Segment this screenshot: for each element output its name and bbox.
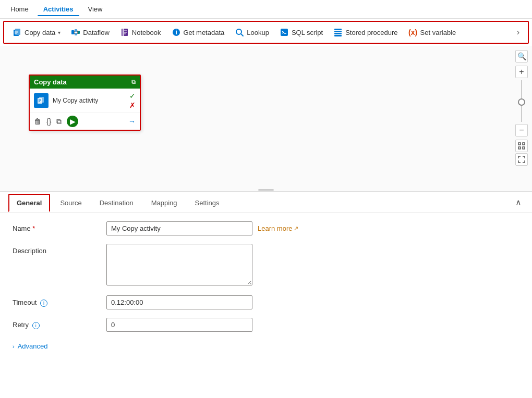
- timeout-input[interactable]: [106, 295, 252, 309]
- copy-button[interactable]: ⧉: [56, 117, 62, 126]
- zoom-fit-button[interactable]: [515, 140, 528, 152]
- zoom-slider-track: [521, 80, 522, 122]
- bottom-panel: General Source Destination Mapping Setti…: [0, 192, 532, 390]
- lookup-icon: [235, 28, 244, 37]
- tab-settings[interactable]: Settings: [187, 194, 227, 211]
- advanced-section[interactable]: › Advanced: [13, 340, 519, 352]
- activity-card-name: My Copy activity: [53, 97, 125, 104]
- svg-rect-3: [75, 29, 77, 32]
- svg-rect-4: [75, 33, 77, 35]
- zoom-in-button[interactable]: +: [515, 66, 528, 78]
- name-label: Name *: [13, 221, 106, 232]
- svg-rect-27: [523, 147, 525, 149]
- svg-rect-2: [71, 30, 74, 34]
- toolbar-sql-script[interactable]: SQL script: [275, 26, 327, 39]
- activity-card-title: Copy data: [34, 78, 67, 86]
- copy-activity-icon: [34, 93, 49, 108]
- svg-rect-1: [15, 29, 20, 35]
- toolbar-more-button[interactable]: ›: [513, 26, 524, 39]
- svg-line-8: [77, 31, 78, 33]
- svg-text:i: i: [175, 28, 177, 36]
- activity-card-body: My Copy activity ✓ ✗: [30, 89, 140, 113]
- get-metadata-label: Get metadata: [184, 29, 225, 36]
- status-x-icon: ✗: [129, 101, 136, 109]
- expression-button[interactable]: {}: [46, 117, 51, 126]
- tab-source[interactable]: Source: [52, 194, 89, 211]
- card-status-icons: ✓ ✗: [129, 92, 136, 109]
- retry-info-icon[interactable]: i: [32, 322, 40, 329]
- toolbar-set-variable[interactable]: (x) Set variable: [404, 26, 461, 39]
- zoom-out-button[interactable]: −: [515, 124, 528, 136]
- nav-home[interactable]: Home: [4, 2, 35, 16]
- activity-card-actions: 🗑 {} ⧉ ▶ →: [30, 113, 140, 130]
- timeout-info-icon[interactable]: i: [40, 300, 47, 307]
- retry-label: Retry i: [13, 318, 106, 329]
- activity-card-copy[interactable]: Copy data ⧉ My Copy activity ✓ ✗ 🗑 {} ⧉ …: [29, 74, 141, 131]
- run-button[interactable]: ▶: [67, 116, 78, 127]
- pipeline-canvas: Copy data ⧉ My Copy activity ✓ ✗ 🗑 {} ⧉ …: [0, 46, 532, 192]
- toolbar-lookup[interactable]: Lookup: [231, 26, 273, 39]
- name-row: Name * Learn more ↗: [13, 221, 519, 235]
- zoom-slider-thumb[interactable]: [518, 98, 525, 106]
- toolbar-notebook[interactable]: Notebook: [116, 26, 165, 39]
- timeout-input-wrapper: [106, 295, 252, 309]
- svg-rect-19: [334, 31, 342, 32]
- notebook-icon: [120, 28, 129, 37]
- learn-more-link[interactable]: Learn more ↗: [258, 221, 298, 232]
- panel-resize-handle[interactable]: [256, 188, 276, 191]
- svg-rect-20: [334, 33, 342, 34]
- tab-destination[interactable]: Destination: [92, 194, 141, 211]
- name-required-indicator: *: [32, 225, 35, 232]
- retry-input[interactable]: [106, 318, 252, 332]
- delete-activity-button[interactable]: 🗑: [34, 117, 41, 126]
- svg-rect-5: [78, 31, 80, 34]
- toolbar-copy-data[interactable]: Copy data ▾: [8, 26, 65, 39]
- description-row: Description: [13, 244, 519, 287]
- metadata-icon: i: [172, 28, 181, 37]
- storedproc-icon: [333, 28, 343, 37]
- stored-procedure-label: Stored procedure: [345, 29, 397, 36]
- svg-line-6: [74, 31, 75, 33]
- tabs-row: General Source Destination Mapping Setti…: [0, 192, 532, 213]
- next-button[interactable]: →: [128, 117, 136, 126]
- name-input[interactable]: [106, 221, 252, 235]
- zoom-expand-button[interactable]: [515, 153, 528, 166]
- svg-rect-24: [518, 143, 521, 145]
- toolbar-dataflow[interactable]: Dataflow: [67, 26, 114, 39]
- retry-row: Retry i: [13, 318, 519, 332]
- toolbar-get-metadata[interactable]: i Get metadata: [167, 26, 229, 39]
- tab-general[interactable]: General: [8, 194, 50, 212]
- svg-line-7: [74, 32, 75, 34]
- external-link-icon: ↗: [294, 225, 298, 232]
- general-form: Name * Learn more ↗ Description Timeout …: [0, 213, 532, 360]
- description-textarea[interactable]: [106, 244, 252, 285]
- set-variable-label: Set variable: [420, 29, 456, 36]
- copy-data-dropdown-icon: ▾: [58, 30, 61, 35]
- nav-view[interactable]: View: [82, 2, 109, 16]
- zoom-controls: 🔍 + −: [515, 50, 528, 166]
- timeout-label: Timeout i: [13, 295, 106, 307]
- collapse-panel-button[interactable]: ∧: [513, 195, 524, 209]
- nav-activities[interactable]: Activities: [37, 2, 80, 16]
- svg-rect-26: [518, 147, 521, 149]
- sql-script-label: SQL script: [292, 29, 323, 36]
- lookup-label: Lookup: [247, 29, 269, 36]
- description-label: Description: [13, 244, 106, 255]
- activity-card-header: Copy data ⧉: [30, 76, 140, 89]
- status-check-icon: ✓: [129, 92, 136, 100]
- svg-rect-21: [334, 35, 342, 36]
- learn-more-label: Learn more: [258, 225, 292, 232]
- activity-card-corner-icon: ⧉: [131, 79, 136, 85]
- dataflow-icon: [71, 28, 80, 37]
- notebook-label: Notebook: [132, 29, 161, 36]
- svg-line-9: [77, 32, 78, 34]
- activities-toolbar: Copy data ▾ Dataflow: [3, 21, 529, 44]
- timeout-row: Timeout i: [13, 295, 519, 309]
- svg-line-15: [241, 34, 243, 36]
- copy-data-icon: [13, 28, 22, 37]
- toolbar-stored-procedure[interactable]: Stored procedure: [329, 26, 402, 39]
- sqlscript-icon: [280, 28, 289, 37]
- search-canvas-button[interactable]: 🔍: [515, 50, 528, 63]
- advanced-label: Advanced: [18, 342, 48, 350]
- tab-mapping[interactable]: Mapping: [143, 194, 185, 211]
